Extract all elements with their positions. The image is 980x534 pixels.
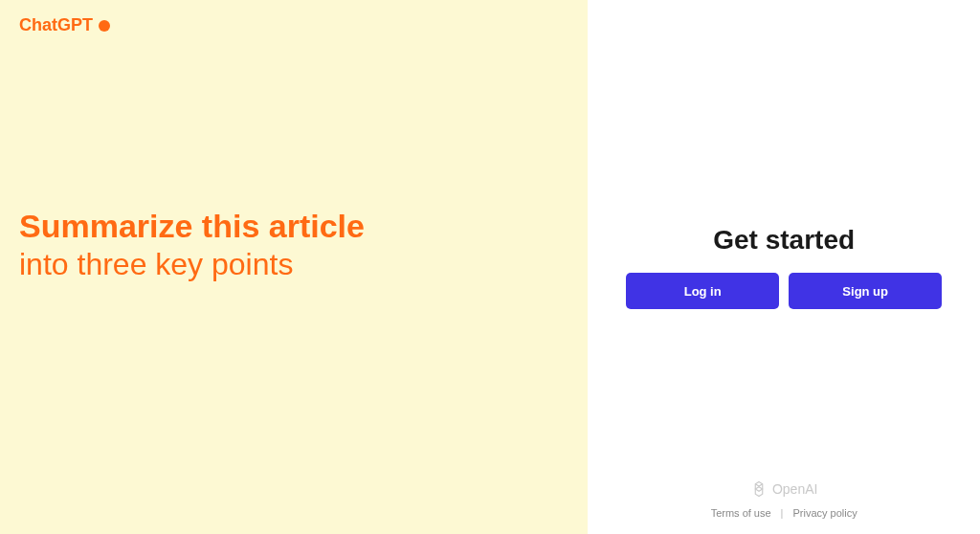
openai-logo: OpenAI bbox=[750, 480, 817, 498]
footer-divider: | bbox=[781, 507, 784, 519]
right-panel: Get started Log in Sign up OpenAI Terms … bbox=[588, 0, 980, 534]
brand-dot-icon bbox=[99, 20, 110, 32]
prompt-line-1: Summarize this article bbox=[19, 206, 365, 245]
footer-links: Terms of use | Privacy policy bbox=[711, 507, 858, 519]
terms-of-use-link[interactable]: Terms of use bbox=[711, 507, 771, 519]
login-button[interactable]: Log in bbox=[626, 273, 779, 309]
prompt-line-2: into three key points bbox=[19, 245, 365, 285]
auth-button-row: Log in Sign up bbox=[626, 273, 942, 309]
left-panel: ChatGPT Summarize this article into thre… bbox=[0, 0, 588, 534]
auth-section: Get started Log in Sign up bbox=[626, 225, 942, 309]
footer: OpenAI Terms of use | Privacy policy bbox=[588, 480, 980, 519]
signup-button[interactable]: Sign up bbox=[789, 273, 942, 309]
brand-text: ChatGPT bbox=[19, 15, 93, 35]
brand: ChatGPT bbox=[19, 15, 568, 35]
get-started-heading: Get started bbox=[626, 225, 942, 256]
prompt-example: Summarize this article into three key po… bbox=[19, 206, 365, 284]
openai-icon bbox=[750, 480, 768, 498]
openai-label: OpenAI bbox=[772, 481, 817, 497]
privacy-policy-link[interactable]: Privacy policy bbox=[792, 507, 857, 519]
